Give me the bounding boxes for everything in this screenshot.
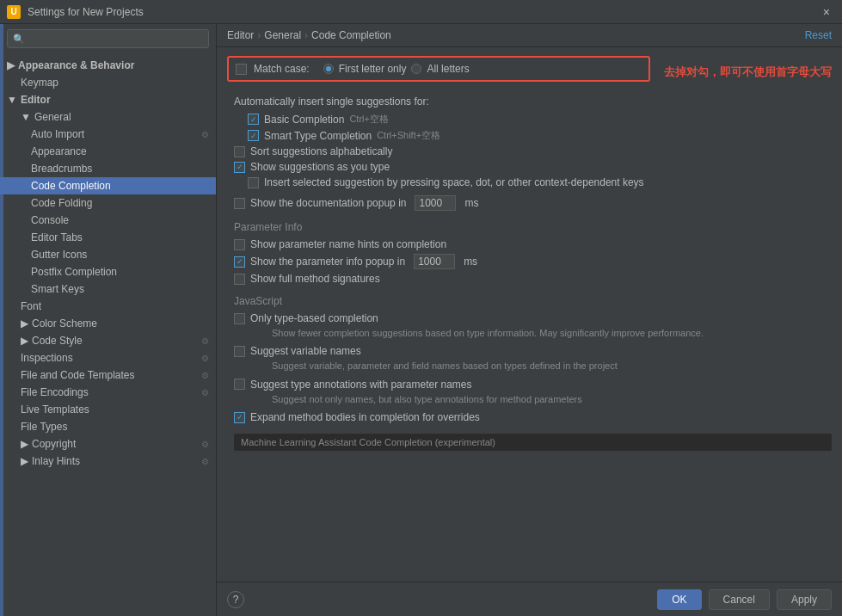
show-suggestions-checkbox[interactable] [234,162,245,173]
sidebar-item-editor-tabs[interactable]: Editor Tabs [0,229,216,246]
title-bar: U Settings for New Projects × [0,0,842,24]
only-type-based-label: Only type-based completion [250,312,378,324]
reset-link[interactable]: Reset [805,29,832,41]
bottom-bar: ? OK Cancel Apply [217,582,842,616]
breadcrumb-editor: Editor [227,29,254,41]
only-type-based-checkbox[interactable] [234,313,245,324]
suggest-variable-names-label: Suggest variable names [250,345,361,357]
basic-completion-shortcut: Ctrl+空格 [349,113,389,126]
full-method-signatures-label: Show full method signatures [250,273,380,285]
ok-button[interactable]: OK [657,589,701,610]
full-method-signatures-row: Show full method signatures [234,271,832,286]
insert-suggestion-row: Insert selected suggestion by pressing s… [248,175,832,190]
sidebar-item-gutter-icons[interactable]: Gutter Icons [0,246,216,263]
search-icon: 🔍 [13,34,25,45]
arrow-icon: ▼ [7,94,17,106]
sidebar-item-code-completion[interactable]: Code Completion [0,177,216,194]
all-letters-radio[interactable] [411,64,421,74]
only-type-based-desc: Show fewer completion suggestions based … [272,327,832,340]
param-info-popup-input[interactable] [414,254,455,269]
match-case-box: Match case: First letter only All letter… [227,56,650,82]
settings-content: Match case: First letter only All letter… [217,47,842,582]
sidebar-item-code-style[interactable]: ▶ Code Style ⚙ [0,332,216,349]
sidebar-item-postfix-completion[interactable]: Postfix Completion [0,263,216,280]
sidebar-item-live-templates[interactable]: Live Templates [0,401,216,418]
sort-alphabetically-row: Sort suggestions alphabetically [234,144,832,159]
full-method-signatures-checkbox[interactable] [234,274,245,285]
sidebar-item-inspections[interactable]: Inspections ⚙ [0,349,216,367]
param-info-popup-ms: ms [464,256,477,268]
smart-type-completion-shortcut: Ctrl+Shift+空格 [377,129,440,142]
only-type-based-row: Only type-based completion [234,311,832,326]
sidebar-item-file-code-templates[interactable]: File and Code Templates ⚙ [0,367,216,384]
sidebar-item-code-folding[interactable]: Code Folding [0,194,216,212]
config-icon: ⚙ [201,457,209,466]
javascript-header: JavaScript [234,295,832,307]
ml-header: Machine Learning Assistant Code Completi… [234,434,832,451]
breadcrumb-sep1: › [257,29,261,41]
sort-alphabetically-checkbox[interactable] [234,146,245,157]
breadcrumb-general: General [264,29,301,41]
doc-popup-row: Show the documentation popup in ms [234,194,832,213]
sidebar-item-font[interactable]: Font [0,298,216,315]
config-icon: ⚙ [201,130,209,139]
doc-popup-label-pre: Show the documentation popup in [250,197,406,209]
sidebar-item-keymap[interactable]: Keymap [0,74,216,91]
suggest-variable-names-checkbox[interactable] [234,346,245,357]
sidebar-item-auto-import[interactable]: Auto Import ⚙ [0,126,216,143]
breadcrumb-sep2: › [304,29,308,41]
cancel-button[interactable]: Cancel [709,589,770,610]
suggest-type-annotations-label: Suggest type annotations with parameter … [250,379,471,391]
insert-suggestion-checkbox[interactable] [248,177,259,188]
app-icon: U [7,5,21,19]
expand-method-bodies-label: Expand method bodies in completion for o… [250,411,480,423]
sidebar-item-breadcrumbs[interactable]: Breadcrumbs [0,160,216,177]
annotation-note: 去掉对勾，即可不使用首字母大写 [664,65,832,80]
config-icon: ⚙ [201,371,209,380]
arrow-icon: ▶ [7,59,15,71]
sidebar-item-appearance[interactable]: Appearance [0,143,216,160]
sidebar-item-smart-keys[interactable]: Smart Keys [0,280,216,298]
arrow-icon: ▶ [21,438,28,450]
sidebar-item-file-encodings[interactable]: File Encodings ⚙ [0,384,216,401]
expand-method-bodies-checkbox[interactable] [234,412,245,423]
config-icon: ⚙ [201,336,209,346]
smart-type-completion-checkbox[interactable] [248,130,259,141]
basic-completion-label: Basic Completion [264,114,344,126]
sidebar-item-general[interactable]: ▼ General [0,108,216,126]
sidebar: 🔍 ▶ Appearance & Behavior Keymap ▼ Edito… [0,24,217,616]
suggest-type-annotations-checkbox[interactable] [234,379,245,390]
insert-suggestion-label: Insert selected suggestion by pressing s… [264,176,644,188]
sidebar-item-inlay-hints[interactable]: ▶ Inlay Hints ⚙ [0,453,216,470]
sidebar-item-color-scheme[interactable]: ▶ Color Scheme [0,315,216,332]
doc-popup-checkbox[interactable] [234,198,245,209]
doc-popup-input[interactable] [415,195,456,211]
sidebar-item-copyright[interactable]: ▶ Copyright ⚙ [0,435,216,453]
param-name-hints-label: Show parameter name hints on completion [250,238,446,250]
first-letter-radio[interactable] [323,64,334,74]
apply-button[interactable]: Apply [777,589,832,610]
breadcrumb-code-completion: Code Completion [311,29,391,41]
first-letter-label: First letter only [339,63,407,75]
close-button[interactable]: × [818,3,835,21]
basic-completion-checkbox[interactable] [248,114,259,125]
param-info-popup-checkbox[interactable] [234,256,245,268]
sidebar-item-editor[interactable]: ▼ Editor [0,91,216,108]
search-input[interactable] [28,33,203,45]
param-name-hints-checkbox[interactable] [234,239,245,250]
arrow-icon: ▶ [21,455,28,467]
suggest-type-annotations-desc: Suggest not only names, but also type an… [272,393,832,406]
breadcrumb-bar: Editor › General › Code Completion Reset [217,24,842,47]
all-letters-label: All letters [427,63,469,75]
search-box[interactable]: 🔍 [7,29,209,48]
expand-method-bodies-row: Expand method bodies in completion for o… [234,410,832,425]
match-case-checkbox[interactable] [236,64,247,75]
settings-window: U Settings for New Projects × 🔍 ▶ Appear… [0,0,842,616]
param-name-hints-row: Show parameter name hints on completion [234,237,832,252]
help-button[interactable]: ? [227,591,244,608]
sidebar-item-appearance-behavior[interactable]: ▶ Appearance & Behavior [0,57,216,74]
sidebar-item-file-types[interactable]: File Types [0,418,216,435]
auto-insert-header: Automatically insert single suggestions … [234,95,832,108]
suggest-variable-names-desc: Suggest variable, parameter and field na… [272,360,832,373]
sidebar-item-console[interactable]: Console [0,212,216,229]
